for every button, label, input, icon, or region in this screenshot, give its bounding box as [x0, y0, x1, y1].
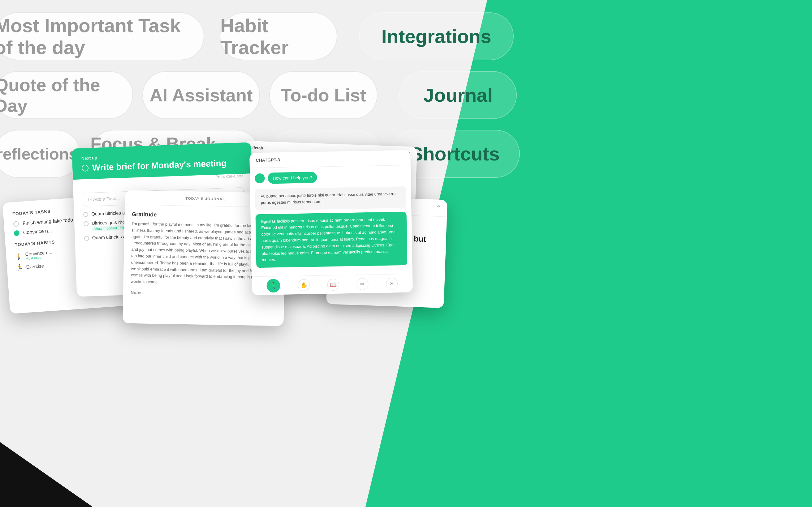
chat-body: How can I help you? Vulputate penatibus … [250, 165, 412, 279]
pill-journal[interactable]: Journal [399, 71, 517, 119]
chat-avatar [255, 173, 265, 184]
pencil-bottom-icon[interactable]: ✏ [356, 278, 368, 290]
hand-bottom-icon[interactable]: ✋ [298, 279, 310, 291]
book-bottom-icon[interactable]: 📖 [327, 279, 339, 291]
pill-mit[interactable]: Most Important Task of the day [0, 12, 204, 60]
next-up-task: Write brief for Monday's meeting [82, 158, 243, 173]
chat-bubble-ai-2: Egestas facilisis posuere risus mauris a… [255, 212, 407, 268]
chevron-up-icon[interactable]: ⌃ [436, 204, 441, 212]
next-up-circle [82, 164, 89, 172]
chat-bottom-bar: 🚶 ✋ 📖 ✏ ✂ [252, 274, 413, 295]
task-circle [13, 221, 19, 227]
chat-window: CHATGPT-3 How can I help you? Vulputate … [249, 150, 413, 295]
chat-user-message: How can I help you? [255, 170, 406, 184]
chat-bubble-ai-1: Vulputate penatibus justo turpis nisi qu… [255, 186, 406, 211]
pill-quote[interactable]: Quote of the Day [0, 71, 133, 119]
pill-reflections[interactable]: reflections [0, 130, 81, 178]
pill-todo[interactable]: To-do List [269, 71, 377, 119]
pill-habit[interactable]: Habit Tracker [220, 12, 337, 60]
person-bottom-icon[interactable]: 🚶 [267, 279, 281, 292]
lifetab-app-name: Lifetab [250, 145, 263, 150]
chat-bubble-user: How can I help you? [268, 172, 317, 184]
task-check [84, 221, 89, 227]
task-circle-done [14, 230, 19, 236]
pill-ai[interactable]: AI Assistant [142, 71, 260, 119]
pill-integrations[interactable]: Integrations [359, 12, 514, 60]
task-check [83, 212, 89, 217]
scissors-bottom-icon[interactable]: ✂ [386, 278, 398, 290]
task-check [84, 236, 90, 241]
